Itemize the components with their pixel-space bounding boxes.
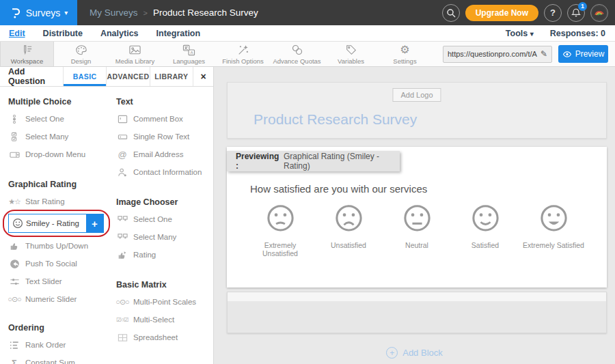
qtype-multi-select[interactable]: ☑○☑ Multi-Select <box>116 311 210 328</box>
smiley-neutral-icon <box>401 203 433 235</box>
share-icon <box>8 259 20 269</box>
question-type-column-2: Text Comment Box Single Row Text @ Email… <box>116 88 210 364</box>
question-mark-icon: ? <box>550 8 556 18</box>
qtype-dropdown-menu[interactable]: Drop-down Menu <box>8 145 116 163</box>
option-extremely-satisfied[interactable]: Extremely Satisfied <box>519 203 588 257</box>
section-ordering: Ordering <box>8 323 116 333</box>
checkbox-stack-icon <box>8 132 20 142</box>
option-satisfied[interactable]: Satisfied <box>451 203 519 257</box>
responses-count: Responses: 0 <box>550 29 605 38</box>
add-smiley-question-button[interactable]: + <box>86 214 103 232</box>
topnav-actions: Upgrade Now ? 1 <box>442 4 615 22</box>
question-type-columns: Multiple Choice Select One Select Many D… <box>0 87 213 364</box>
smiley-extremely-satisfied-icon <box>538 203 570 235</box>
qtype-numeric-slider[interactable]: ○⊙○ Numeric Slider <box>8 290 116 308</box>
tab-analytics[interactable]: Analytics <box>100 29 139 38</box>
qtype-image-select-many[interactable]: Select Many <box>116 228 210 246</box>
user-avatar[interactable] <box>590 4 608 22</box>
tab-library[interactable]: LIBRARY <box>150 67 193 86</box>
smiley-rating-annotation: Smiley - Rating + <box>8 214 104 233</box>
survey-footer-block[interactable] <box>227 292 607 333</box>
qtype-multi-point-scales[interactable]: ○⊙○ Multi-Point Scales <box>116 293 210 311</box>
comment-box-icon <box>116 114 128 124</box>
rank-list-icon <box>8 340 20 350</box>
qtype-comment-box[interactable]: Comment Box <box>116 110 210 128</box>
qtype-contact-information[interactable]: Contact Information <box>116 163 210 181</box>
question-text[interactable]: How satisfied are you with our services <box>250 183 427 195</box>
qtype-star-rating[interactable]: ★☆ Star Rating <box>8 193 116 210</box>
option-unsatisfied[interactable]: Unsatisfied <box>314 203 383 257</box>
radio-stack-icon <box>8 114 20 124</box>
notifications-button[interactable]: 1 <box>567 4 585 22</box>
survey-url-field[interactable]: https://questionpro.com/t/A ✎ <box>443 46 552 63</box>
image-pair-icon <box>116 232 128 242</box>
toolbar-languages[interactable]: A Languages <box>162 42 216 66</box>
tag-icon <box>345 44 357 57</box>
single-row-text-icon <box>116 132 128 142</box>
smiley-icon <box>12 218 24 229</box>
qtype-image-select-one[interactable]: Select One <box>116 210 210 228</box>
qtype-constant-sum[interactable]: Σ Constant Sum <box>8 354 116 364</box>
smiley-satisfied-icon <box>469 203 502 235</box>
magic-wand-icon <box>237 44 249 57</box>
upgrade-now-button[interactable]: Upgrade Now <box>465 5 538 21</box>
multi-select-icon: ☑○☑ <box>116 316 128 323</box>
add-logo-button[interactable]: Add Logo <box>392 88 441 102</box>
qtype-single-row-text[interactable]: Single Row Text <box>116 128 210 145</box>
product-switcher[interactable]: Surveys ▾ <box>0 0 77 25</box>
close-panel-button[interactable]: × <box>193 67 213 86</box>
previewing-value: Graphical Rating (Smiley - Rating) <box>284 152 400 171</box>
toolbar-advance-quotas[interactable]: Advance Quotas <box>270 42 324 66</box>
toolbar-variables[interactable]: Variables <box>324 42 378 66</box>
toolbar-finish-options[interactable]: Finish Options <box>216 42 270 66</box>
tab-integration[interactable]: Integration <box>156 29 201 38</box>
tab-edit[interactable]: Edit <box>9 29 25 38</box>
qtype-text-slider[interactable]: Text Slider <box>8 272 116 290</box>
tab-basic[interactable]: BASIC <box>63 67 106 86</box>
toolbar-settings[interactable]: ⚙ Settings <box>378 42 432 66</box>
section-basic-matrix: Basic Matrix <box>116 280 210 290</box>
question-type-column-1: Multiple Choice Select One Select Many D… <box>8 88 116 364</box>
survey-section-tabs: Edit Distribute Analytics Integration To… <box>0 25 615 42</box>
tools-menu[interactable]: Tools ▾ <box>506 29 534 38</box>
search-button[interactable] <box>442 4 460 22</box>
image-pair-icon <box>116 214 128 224</box>
chevron-down-icon: ▾ <box>64 9 68 16</box>
spreadsheet-grid-icon <box>116 333 128 343</box>
qtype-rank-order[interactable]: Rank Order <box>8 336 116 354</box>
preview-button[interactable]: Preview <box>558 45 608 63</box>
panel-header: Add Question BASIC ADVANCED LIBRARY × <box>0 67 213 87</box>
help-button[interactable]: ? <box>544 4 562 22</box>
question-preview-card[interactable]: Previewing : Graphical Rating (Smiley - … <box>227 147 607 288</box>
avatar-gauge-icon <box>592 5 607 20</box>
editor-toolbar: Workspace Design Media Library A Languag… <box>0 42 615 67</box>
add-block-button[interactable]: + Add Block <box>214 347 615 359</box>
survey-header-card[interactable]: Add Logo Product Research Survey <box>227 82 607 139</box>
toolbar-design[interactable]: Design <box>54 42 108 66</box>
edit-url-icon[interactable]: ✎ <box>541 49 547 59</box>
section-tab-list: Edit Distribute Analytics Integration <box>0 29 200 38</box>
qtype-spreadsheet[interactable]: Spreadsheet <box>116 328 210 346</box>
breadcrumb-my-surveys[interactable]: My Surveys <box>90 8 138 18</box>
thumb-icon <box>8 241 20 251</box>
qtype-smiley-rating-selected[interactable]: Smiley - Rating + <box>8 214 104 233</box>
plus-circle-icon: + <box>386 347 398 359</box>
qtype-image-rating[interactable]: Rating <box>116 246 210 264</box>
section-multiple-choice: Multiple Choice <box>8 97 116 107</box>
multi-point-icon: ○⊙○ <box>116 298 128 307</box>
option-extremely-unsatisfied[interactable]: Extremely Unsatisfied <box>246 203 314 257</box>
toolbar-workspace[interactable]: Workspace <box>0 42 54 66</box>
questionpro-logo-icon <box>10 6 22 20</box>
qtype-thumbs-up-down[interactable]: Thumbs Up/Down <box>8 237 116 255</box>
qtype-select-many[interactable]: Select Many <box>8 128 116 145</box>
slider-icon <box>8 277 20 287</box>
survey-title[interactable]: Product Research Survey <box>254 111 417 128</box>
qtype-email-address[interactable]: @ Email Address <box>116 145 210 163</box>
toolbar-media-library[interactable]: Media Library <box>108 42 162 66</box>
tab-advanced[interactable]: ADVANCED <box>106 67 149 86</box>
qtype-select-one[interactable]: Select One <box>8 110 116 128</box>
qtype-push-to-social[interactable]: Push To Social <box>8 255 116 272</box>
tab-distribute[interactable]: Distribute <box>43 29 83 38</box>
option-neutral[interactable]: Neutral <box>383 203 451 257</box>
previewing-tab: Previewing : Graphical Rating (Smiley - … <box>227 151 400 171</box>
